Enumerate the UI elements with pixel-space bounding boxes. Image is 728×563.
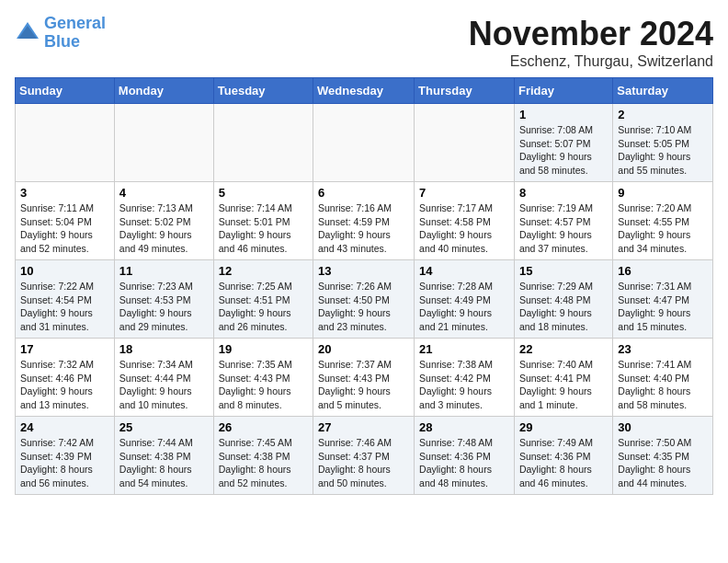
calendar-cell bbox=[16, 104, 115, 182]
calendar-week-1: 1Sunrise: 7:08 AM Sunset: 5:07 PM Daylig… bbox=[16, 104, 713, 182]
logo-icon bbox=[15, 20, 40, 46]
header-day-saturday: Saturday bbox=[613, 78, 713, 104]
calendar-cell: 27Sunrise: 7:46 AM Sunset: 4:37 PM Dayli… bbox=[313, 417, 415, 495]
calendar-week-5: 24Sunrise: 7:42 AM Sunset: 4:39 PM Dayli… bbox=[16, 417, 713, 495]
calendar-cell: 29Sunrise: 7:49 AM Sunset: 4:36 PM Dayli… bbox=[514, 417, 612, 495]
day-info: Sunrise: 7:42 AM Sunset: 4:39 PM Dayligh… bbox=[20, 436, 109, 490]
day-number: 30 bbox=[618, 420, 708, 434]
day-number: 27 bbox=[318, 420, 409, 434]
logo-text: General Blue bbox=[44, 15, 106, 52]
day-info: Sunrise: 7:28 AM Sunset: 4:49 PM Dayligh… bbox=[419, 280, 509, 334]
day-number: 12 bbox=[219, 264, 308, 278]
day-number: 1 bbox=[519, 108, 608, 121]
calendar-cell: 13Sunrise: 7:26 AM Sunset: 4:50 PM Dayli… bbox=[313, 260, 415, 339]
day-number: 5 bbox=[219, 186, 308, 200]
day-info: Sunrise: 7:10 AM Sunset: 5:05 PM Dayligh… bbox=[618, 123, 708, 178]
calendar-cell: 21Sunrise: 7:38 AM Sunset: 4:42 PM Dayli… bbox=[415, 339, 515, 417]
day-number: 6 bbox=[318, 186, 409, 200]
day-number: 8 bbox=[519, 186, 608, 200]
day-number: 9 bbox=[618, 186, 708, 200]
day-info: Sunrise: 7:22 AM Sunset: 4:54 PM Dayligh… bbox=[20, 280, 109, 334]
calendar-cell bbox=[313, 104, 415, 182]
calendar-cell: 22Sunrise: 7:40 AM Sunset: 4:41 PM Dayli… bbox=[514, 339, 612, 417]
calendar-cell: 16Sunrise: 7:31 AM Sunset: 4:47 PM Dayli… bbox=[613, 260, 713, 339]
day-number: 29 bbox=[519, 420, 608, 434]
day-info: Sunrise: 7:32 AM Sunset: 4:46 PM Dayligh… bbox=[20, 358, 109, 412]
calendar-cell: 19Sunrise: 7:35 AM Sunset: 4:43 PM Dayli… bbox=[213, 339, 313, 417]
day-info: Sunrise: 7:40 AM Sunset: 4:41 PM Dayligh… bbox=[519, 358, 608, 412]
day-info: Sunrise: 7:26 AM Sunset: 4:50 PM Dayligh… bbox=[318, 280, 409, 334]
day-number: 4 bbox=[119, 186, 209, 200]
day-info: Sunrise: 7:13 AM Sunset: 5:02 PM Dayligh… bbox=[119, 201, 209, 256]
logo-line1: General bbox=[44, 14, 106, 32]
day-info: Sunrise: 7:16 AM Sunset: 4:59 PM Dayligh… bbox=[318, 201, 409, 256]
header-day-wednesday: Wednesday bbox=[313, 78, 415, 104]
calendar-cell: 10Sunrise: 7:22 AM Sunset: 4:54 PM Dayli… bbox=[16, 260, 115, 339]
header-day-sunday: Sunday bbox=[16, 78, 115, 104]
day-number: 11 bbox=[119, 264, 209, 278]
calendar-week-4: 17Sunrise: 7:32 AM Sunset: 4:46 PM Dayli… bbox=[16, 339, 713, 417]
day-info: Sunrise: 7:17 AM Sunset: 4:58 PM Dayligh… bbox=[419, 201, 509, 256]
day-info: Sunrise: 7:49 AM Sunset: 4:36 PM Dayligh… bbox=[519, 436, 608, 490]
header: General Blue November 2024 Eschenz, Thur… bbox=[15, 15, 713, 70]
calendar-cell: 17Sunrise: 7:32 AM Sunset: 4:46 PM Dayli… bbox=[16, 339, 115, 417]
day-info: Sunrise: 7:31 AM Sunset: 4:47 PM Dayligh… bbox=[618, 280, 708, 334]
calendar-cell: 15Sunrise: 7:29 AM Sunset: 4:48 PM Dayli… bbox=[514, 260, 612, 339]
calendar-cell: 12Sunrise: 7:25 AM Sunset: 4:51 PM Dayli… bbox=[213, 260, 313, 339]
day-number: 7 bbox=[419, 186, 509, 200]
header-day-friday: Friday bbox=[514, 78, 612, 104]
day-number: 24 bbox=[20, 420, 109, 434]
calendar-cell bbox=[415, 104, 515, 182]
day-info: Sunrise: 7:35 AM Sunset: 4:43 PM Dayligh… bbox=[219, 358, 308, 412]
calendar-cell: 28Sunrise: 7:48 AM Sunset: 4:36 PM Dayli… bbox=[415, 417, 515, 495]
day-number: 17 bbox=[20, 342, 109, 356]
calendar-cell: 7Sunrise: 7:17 AM Sunset: 4:58 PM Daylig… bbox=[415, 182, 515, 260]
calendar-cell: 24Sunrise: 7:42 AM Sunset: 4:39 PM Dayli… bbox=[16, 417, 115, 495]
day-number: 16 bbox=[618, 264, 708, 278]
day-info: Sunrise: 7:14 AM Sunset: 5:01 PM Dayligh… bbox=[219, 201, 308, 256]
day-info: Sunrise: 7:44 AM Sunset: 4:38 PM Dayligh… bbox=[119, 436, 209, 490]
calendar-cell: 2Sunrise: 7:10 AM Sunset: 5:05 PM Daylig… bbox=[613, 104, 713, 182]
calendar-cell: 3Sunrise: 7:11 AM Sunset: 5:04 PM Daylig… bbox=[16, 182, 115, 260]
day-info: Sunrise: 7:08 AM Sunset: 5:07 PM Dayligh… bbox=[519, 123, 608, 178]
day-number: 23 bbox=[618, 342, 708, 356]
calendar-cell: 23Sunrise: 7:41 AM Sunset: 4:40 PM Dayli… bbox=[613, 339, 713, 417]
calendar-cell: 4Sunrise: 7:13 AM Sunset: 5:02 PM Daylig… bbox=[114, 182, 213, 260]
day-number: 18 bbox=[119, 342, 209, 356]
day-info: Sunrise: 7:11 AM Sunset: 5:04 PM Dayligh… bbox=[20, 201, 109, 256]
day-info: Sunrise: 7:29 AM Sunset: 4:48 PM Dayligh… bbox=[519, 280, 608, 334]
day-info: Sunrise: 7:25 AM Sunset: 4:51 PM Dayligh… bbox=[219, 280, 308, 334]
day-info: Sunrise: 7:48 AM Sunset: 4:36 PM Dayligh… bbox=[419, 436, 509, 490]
title-area: November 2024 Eschenz, Thurgau, Switzerl… bbox=[469, 15, 713, 70]
calendar-cell: 18Sunrise: 7:34 AM Sunset: 4:44 PM Dayli… bbox=[114, 339, 213, 417]
calendar-cell: 30Sunrise: 7:50 AM Sunset: 4:35 PM Dayli… bbox=[613, 417, 713, 495]
day-info: Sunrise: 7:23 AM Sunset: 4:53 PM Dayligh… bbox=[119, 280, 209, 334]
calendar-cell: 25Sunrise: 7:44 AM Sunset: 4:38 PM Dayli… bbox=[114, 417, 213, 495]
day-number: 28 bbox=[419, 420, 509, 434]
header-day-thursday: Thursday bbox=[415, 78, 515, 104]
calendar-cell: 5Sunrise: 7:14 AM Sunset: 5:01 PM Daylig… bbox=[213, 182, 313, 260]
calendar-header-row: SundayMondayTuesdayWednesdayThursdayFrid… bbox=[16, 78, 713, 104]
calendar-cell bbox=[213, 104, 313, 182]
calendar-week-3: 10Sunrise: 7:22 AM Sunset: 4:54 PM Dayli… bbox=[16, 260, 713, 339]
month-title: November 2024 bbox=[469, 15, 713, 53]
day-number: 26 bbox=[219, 420, 308, 434]
day-number: 22 bbox=[519, 342, 608, 356]
header-day-tuesday: Tuesday bbox=[213, 78, 313, 104]
day-number: 10 bbox=[20, 264, 109, 278]
calendar-table: SundayMondayTuesdayWednesdayThursdayFrid… bbox=[15, 77, 713, 495]
calendar-cell: 1Sunrise: 7:08 AM Sunset: 5:07 PM Daylig… bbox=[514, 104, 612, 182]
calendar-cell: 14Sunrise: 7:28 AM Sunset: 4:49 PM Dayli… bbox=[415, 260, 515, 339]
day-info: Sunrise: 7:50 AM Sunset: 4:35 PM Dayligh… bbox=[618, 436, 708, 490]
day-number: 2 bbox=[618, 108, 708, 121]
calendar-cell bbox=[114, 104, 213, 182]
day-number: 13 bbox=[318, 264, 409, 278]
day-number: 20 bbox=[318, 342, 409, 356]
logo-line2: Blue bbox=[44, 32, 80, 51]
day-info: Sunrise: 7:20 AM Sunset: 4:55 PM Dayligh… bbox=[618, 201, 708, 256]
calendar-cell: 8Sunrise: 7:19 AM Sunset: 4:57 PM Daylig… bbox=[514, 182, 612, 260]
day-info: Sunrise: 7:41 AM Sunset: 4:40 PM Dayligh… bbox=[618, 358, 708, 412]
calendar-cell: 20Sunrise: 7:37 AM Sunset: 4:43 PM Dayli… bbox=[313, 339, 415, 417]
calendar-week-2: 3Sunrise: 7:11 AM Sunset: 5:04 PM Daylig… bbox=[16, 182, 713, 260]
calendar-cell: 6Sunrise: 7:16 AM Sunset: 4:59 PM Daylig… bbox=[313, 182, 415, 260]
